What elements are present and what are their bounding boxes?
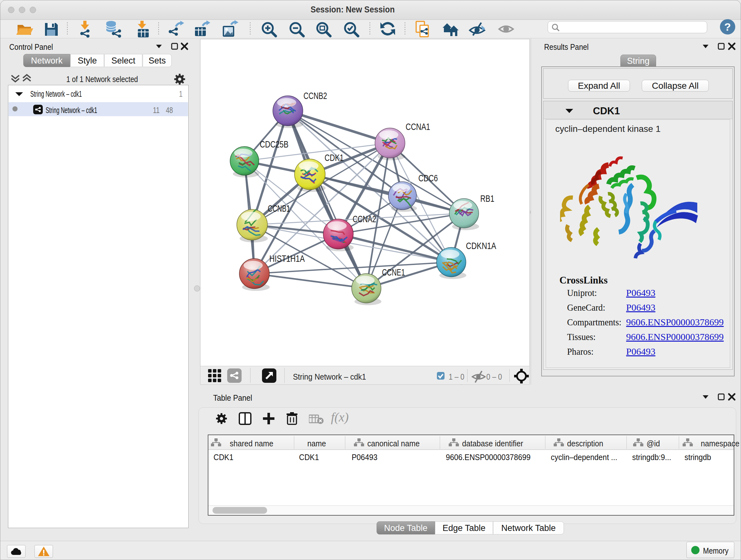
svg-text:CCNE1: CCNE1 bbox=[382, 267, 405, 277]
svg-text:CCNA2: CCNA2 bbox=[353, 214, 376, 224]
svg-text:CCNA1: CCNA1 bbox=[406, 122, 430, 132]
svg-text:RB1: RB1 bbox=[480, 193, 494, 204]
svg-text:CCNB1: CCNB1 bbox=[268, 203, 290, 213]
svg-text:CDKN1A: CDKN1A bbox=[466, 241, 496, 251]
svg-text:HIST1H1A: HIST1H1A bbox=[269, 253, 305, 264]
svg-text:CDK1: CDK1 bbox=[325, 152, 344, 163]
svg-text:CDC6: CDC6 bbox=[418, 173, 438, 183]
svg-text:CDC25B: CDC25B bbox=[260, 139, 288, 149]
svg-text:CCNB2: CCNB2 bbox=[304, 91, 327, 101]
